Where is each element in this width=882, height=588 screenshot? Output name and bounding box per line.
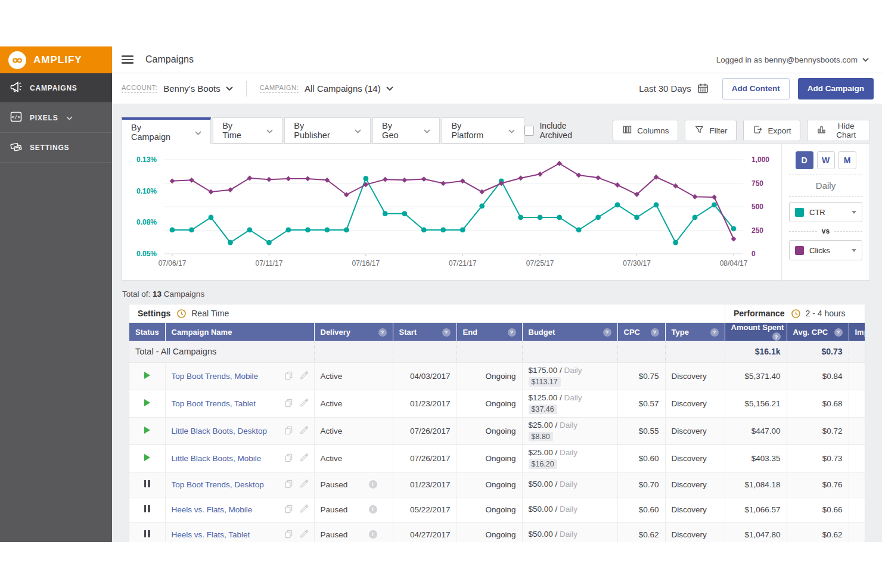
- pause-status-icon[interactable]: [144, 530, 150, 537]
- budget-cell: $50.00 / Daily: [522, 522, 617, 542]
- columns-button[interactable]: Columns: [613, 120, 678, 141]
- budget-cell: $125.00 / Daily$37.46: [522, 390, 617, 417]
- help-icon[interactable]: ?: [834, 328, 843, 337]
- clicks-point: [692, 194, 698, 200]
- clicks-point: [731, 237, 737, 242]
- help-icon[interactable]: ?: [378, 328, 387, 337]
- tab-by-geo[interactable]: By Geo: [372, 117, 440, 144]
- tab-by-time[interactable]: By Time: [213, 117, 282, 144]
- tab-by-platform[interactable]: By Platform: [442, 117, 524, 144]
- budget-spent-badge: $8.80: [529, 432, 553, 441]
- help-icon[interactable]: ?: [603, 328, 611, 337]
- export-button[interactable]: Export: [743, 120, 800, 141]
- copy-icon[interactable]: [284, 529, 293, 540]
- campaign-name-link[interactable]: Heels vs. Flats, Mobile: [172, 505, 253, 514]
- edit-icon[interactable]: [299, 398, 308, 409]
- column-header-impr[interactable]: Impr: [849, 323, 865, 341]
- code-icon: </>: [10, 111, 23, 125]
- edit-icon[interactable]: [299, 371, 308, 382]
- filter-button[interactable]: Filter: [685, 120, 737, 141]
- table-row: Heels vs. Flats, TabletPausedi04/27/2017…: [129, 522, 865, 542]
- edit-icon[interactable]: [299, 453, 308, 464]
- copy-icon[interactable]: [284, 425, 293, 437]
- column-header-budget[interactable]: Budget?: [522, 323, 617, 341]
- include-archived-toggle[interactable]: Include Archived: [524, 121, 598, 140]
- clicks-point: [440, 181, 446, 186]
- series-b-select[interactable]: Clicks: [789, 240, 862, 260]
- start-cell: 05/22/2017: [393, 497, 456, 522]
- help-icon[interactable]: ?: [651, 328, 659, 337]
- column-header-cpc[interactable]: CPC?: [617, 323, 665, 341]
- period-button-m[interactable]: M: [838, 151, 856, 169]
- column-header-amount-spent[interactable]: Amount Spent?: [725, 323, 787, 341]
- play-status-icon[interactable]: [144, 399, 150, 406]
- copy-icon[interactable]: [284, 398, 293, 409]
- add-campaign-button[interactable]: Add Campaign: [798, 78, 874, 99]
- column-header-type[interactable]: Type?: [665, 323, 725, 341]
- date-range-picker[interactable]: Last 30 Days: [639, 82, 709, 95]
- export-icon: [753, 125, 763, 136]
- copy-icon[interactable]: [284, 479, 293, 490]
- brand-header[interactable]: AMPLIFY: [0, 46, 112, 73]
- column-header-status[interactable]: Status: [129, 323, 165, 341]
- play-status-icon[interactable]: [144, 372, 150, 379]
- total-avg-cpc: $0.73: [787, 341, 849, 362]
- tab-by-campaign[interactable]: By Campaign: [122, 117, 211, 144]
- edit-icon[interactable]: [299, 529, 308, 540]
- clicks-point: [383, 177, 388, 182]
- hamburger-menu-icon[interactable]: [122, 55, 133, 64]
- help-icon[interactable]: ?: [772, 332, 781, 341]
- ctr-point: [170, 228, 175, 233]
- include-archived-checkbox[interactable]: [524, 126, 534, 136]
- delivery-cell: Active: [314, 362, 393, 390]
- status-cell: [129, 417, 165, 444]
- hide-chart-button[interactable]: Hide Chart: [807, 120, 870, 141]
- campaign-name-link[interactable]: Heels vs. Flats, Tablet: [172, 530, 250, 539]
- divider: [789, 175, 862, 175]
- period-button-d[interactable]: D: [796, 151, 813, 169]
- copy-icon[interactable]: [284, 371, 293, 382]
- edit-icon[interactable]: [299, 479, 308, 490]
- divider: [789, 196, 862, 197]
- campaign-name-link[interactable]: Top Boot Trends, Desktop: [172, 480, 264, 489]
- tab-by-publisher[interactable]: By Publisher: [284, 117, 371, 144]
- campaign-name-link[interactable]: Top Boot Trends, Tablet: [172, 399, 256, 408]
- performance-chart-card: 1,00075050025000.13%0.10%0.08%0.05%07/06…: [122, 144, 870, 281]
- tab-label: By Campaign: [131, 123, 179, 142]
- clicks-point: [285, 176, 291, 182]
- add-content-button[interactable]: Add Content: [722, 78, 790, 99]
- sidebar-item-campaigns[interactable]: CAMPAIGNS: [0, 73, 112, 103]
- column-header-delivery[interactable]: Delivery?: [314, 323, 393, 341]
- edit-icon[interactable]: [299, 425, 308, 437]
- series-a-select[interactable]: CTR: [789, 202, 862, 222]
- column-header-end[interactable]: End?: [456, 323, 522, 341]
- column-header-campaign-name[interactable]: Campaign Name: [165, 323, 314, 341]
- play-status-icon[interactable]: [144, 427, 150, 434]
- logged-in-menu[interactable]: Logged in as benny@bennysboots.com: [716, 55, 869, 64]
- help-icon[interactable]: ?: [442, 328, 451, 337]
- campaign-name-link[interactable]: Little Black Boots, Desktop: [172, 427, 268, 435]
- column-header-start[interactable]: Start?: [393, 323, 456, 341]
- info-icon[interactable]: i: [369, 505, 377, 514]
- pause-status-icon[interactable]: [144, 505, 150, 512]
- sidebar-item-settings[interactable]: SETTINGS: [0, 133, 112, 163]
- help-icon[interactable]: ?: [508, 328, 516, 337]
- campaign-selector[interactable]: All Campaigns (14): [305, 83, 393, 94]
- account-selector[interactable]: Benny's Boots: [163, 83, 232, 94]
- cpc-cell: $0.57: [617, 390, 665, 417]
- ctr-swatch: [795, 208, 804, 217]
- copy-icon[interactable]: [284, 453, 293, 464]
- info-icon[interactable]: i: [369, 530, 377, 539]
- info-icon[interactable]: i: [369, 480, 377, 489]
- campaign-name-link[interactable]: Top Boot Trends, Mobile: [172, 372, 259, 381]
- pause-status-icon[interactable]: [144, 480, 150, 487]
- edit-icon[interactable]: [299, 504, 308, 515]
- play-status-icon[interactable]: [144, 454, 150, 461]
- campaign-name-link[interactable]: Little Black Boots, Mobile: [172, 454, 262, 463]
- column-header-avg-cpc[interactable]: Avg. CPC?: [787, 323, 849, 341]
- end-cell: Ongoing: [456, 472, 522, 497]
- sidebar-item-pixels[interactable]: </>PIXELS: [0, 103, 112, 133]
- help-icon[interactable]: ?: [710, 328, 719, 337]
- period-button-w[interactable]: W: [817, 151, 835, 169]
- copy-icon[interactable]: [284, 504, 293, 515]
